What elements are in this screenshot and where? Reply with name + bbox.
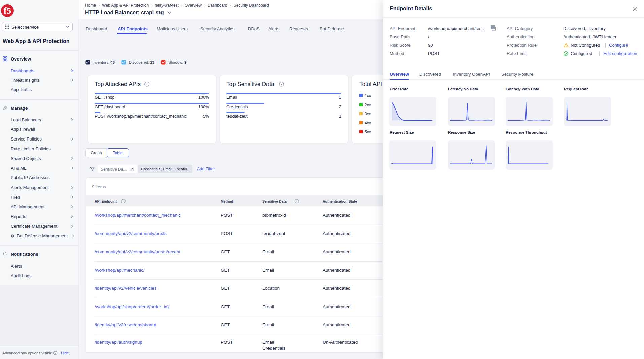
svg-text:f5: f5	[4, 6, 11, 16]
